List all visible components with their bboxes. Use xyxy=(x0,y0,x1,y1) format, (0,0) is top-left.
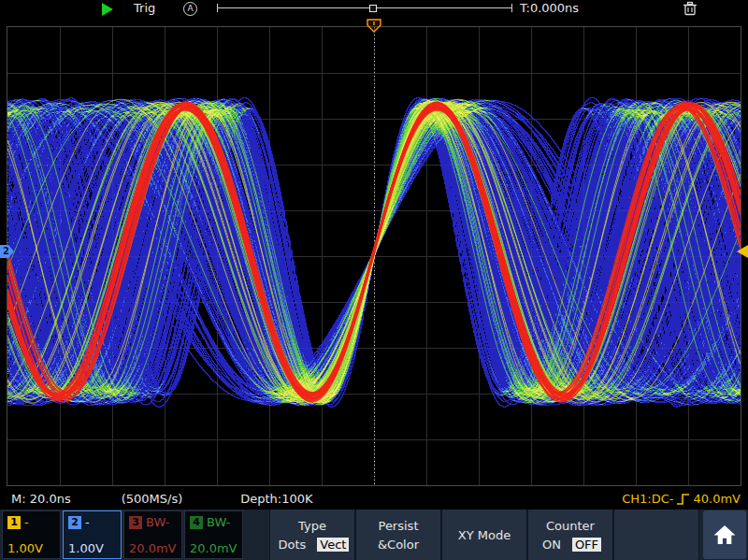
channel2-scale: 1.00V xyxy=(68,541,116,555)
trigger-source-label: CH1:DC- xyxy=(622,492,673,506)
timebase-readout: M: 20.0ns xyxy=(11,492,71,506)
counter-title: Counter xyxy=(546,519,595,533)
memory-depth-readout: Depth:100K xyxy=(240,492,312,506)
trigger-position-marker[interactable] xyxy=(367,19,381,33)
trigger-time-readout: T:0.000ns xyxy=(520,1,579,15)
softkey-type[interactable]: Type Dots Vect xyxy=(269,510,355,560)
top-status-bar: Trig A T:0.000ns xyxy=(0,0,748,18)
counter-option-on[interactable]: ON xyxy=(539,538,564,552)
oscilloscope-screen: Trig A T:0.000ns xyxy=(0,0,748,560)
memory-bar-line xyxy=(217,7,512,8)
run-indicator-icon xyxy=(102,3,113,16)
channel2-badge: 2 xyxy=(68,516,81,529)
trigger-level-marker[interactable] xyxy=(734,245,748,258)
storage-icon[interactable] xyxy=(682,1,698,19)
channel4-scale: 20.0mV xyxy=(190,541,237,555)
home-button[interactable] xyxy=(703,510,746,559)
softkey-xy-mode[interactable]: XY Mode xyxy=(441,510,527,560)
channel1-tag: - xyxy=(24,515,29,529)
channel2-position-marker[interactable]: 2 xyxy=(0,245,15,258)
channel-box-4[interactable]: 4 BW- 20.0mV xyxy=(184,510,243,559)
type-option-vect[interactable]: Vect xyxy=(317,538,349,552)
channel4-badge: 4 xyxy=(190,516,203,529)
sample-rate-readout: (500MS/s) xyxy=(122,492,183,506)
bottom-menu-bar: 1 - 1.00V 2 - 1.00V 3 BW- 20.0mV xyxy=(0,510,748,560)
channel2-marker-label: 2 xyxy=(3,245,9,258)
channel3-scale: 20.0mV xyxy=(129,541,177,555)
channel1-badge: 1 xyxy=(7,516,21,529)
memory-window-bar xyxy=(217,1,512,15)
channel-box-3[interactable]: 3 BW- 20.0mV xyxy=(123,510,182,559)
memory-bar-right-tick xyxy=(511,4,512,12)
window-position-marker[interactable] xyxy=(369,5,377,12)
status-bar: M: 20.0ns (500MS/s) Depth:100K CH1:DC- 4… xyxy=(0,488,748,510)
channel3-tag: BW- xyxy=(146,515,169,529)
type-option-dots[interactable]: Dots xyxy=(276,538,309,552)
persist-title: Persist xyxy=(379,519,419,533)
softkey-menu: Type Dots Vect Persist &Color XY Mode Co… xyxy=(269,510,699,560)
softkey-counter[interactable]: Counter ON OFF xyxy=(527,510,613,560)
softkey-persist-color[interactable]: Persist &Color xyxy=(355,510,441,560)
home-icon xyxy=(712,524,737,546)
softkey-blank xyxy=(613,510,699,560)
channel-strip: 1 - 1.00V 2 - 1.00V 3 BW- 20.0mV xyxy=(0,510,243,560)
trigger-settings-readout: CH1:DC- 40.0mV xyxy=(622,492,741,506)
auto-trigger-mode-icon: A xyxy=(183,2,197,16)
channel1-scale: 1.00V xyxy=(7,541,55,555)
graticule-area: 2 xyxy=(7,26,741,486)
channel-box-2[interactable]: 2 - 1.00V xyxy=(63,510,122,559)
trig-status-label: Trig xyxy=(134,1,155,15)
counter-option-off[interactable]: OFF xyxy=(572,538,601,552)
rising-edge-icon xyxy=(676,493,690,506)
trigger-level-readout: 40.0mV xyxy=(693,492,741,506)
channel3-badge: 3 xyxy=(129,516,142,529)
channel-box-1[interactable]: 1 - 1.00V xyxy=(2,510,61,559)
persist-subtitle: &Color xyxy=(378,538,419,552)
xy-mode-label: XY Mode xyxy=(458,528,511,542)
channel4-tag: BW- xyxy=(207,515,230,529)
softkey-type-title: Type xyxy=(298,519,326,533)
waveform-canvas xyxy=(7,27,741,485)
channel2-tag: - xyxy=(85,515,90,529)
